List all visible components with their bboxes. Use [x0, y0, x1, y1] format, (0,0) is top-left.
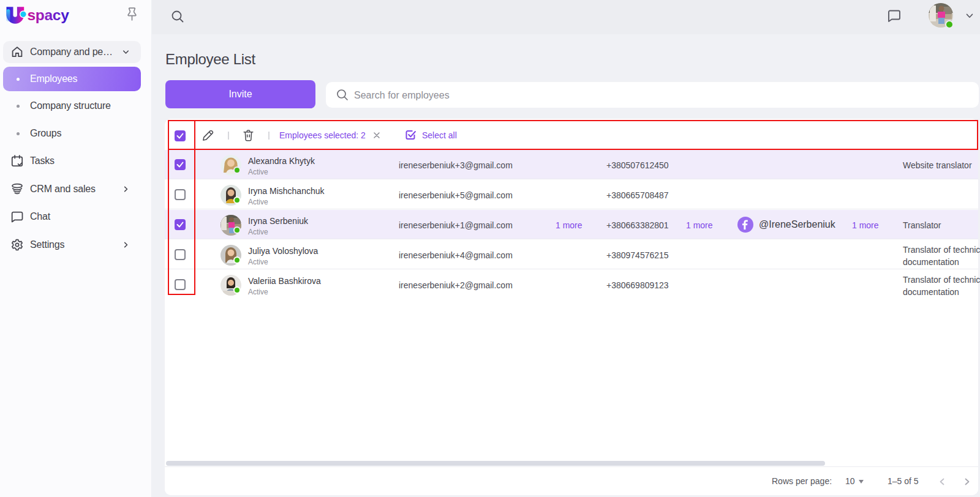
- svg-text:spacy: spacy: [28, 7, 70, 23]
